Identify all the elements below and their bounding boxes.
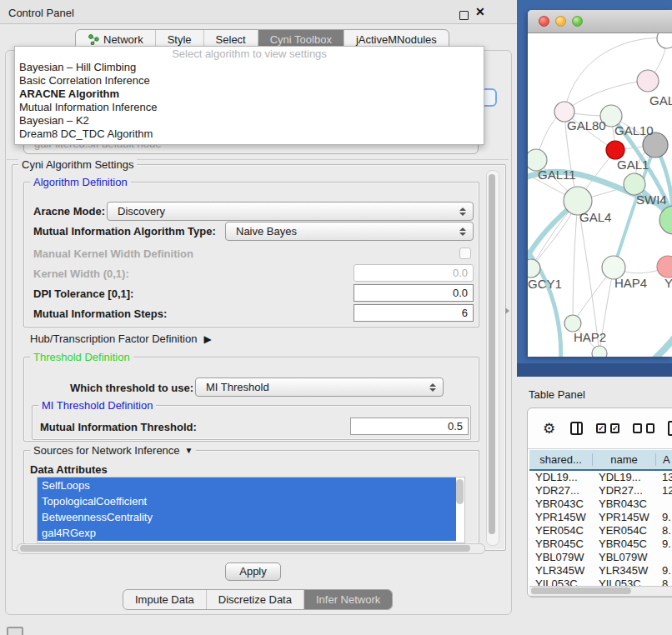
network-node[interactable] <box>657 33 672 48</box>
node-label: GAL4 <box>579 210 611 224</box>
node-label: GAL80 <box>567 118 606 132</box>
select-all-checkbox-icon[interactable]: ✓ <box>610 423 620 433</box>
node-label: SWI4 <box>636 192 667 207</box>
column-header[interactable]: shared... <box>529 453 593 466</box>
network-node-selected[interactable] <box>606 141 624 159</box>
sources-legend[interactable]: Sources for Network Inference ▼ <box>30 444 196 457</box>
node-label: HAP4 <box>614 276 647 290</box>
table-row[interactable]: YBR045CYBR045C9. <box>529 538 672 551</box>
table-panel-title: Table Panel <box>529 388 585 401</box>
screen: Control Panel ✕ Network Style Select Cyn… <box>0 0 672 635</box>
network-node[interactable] <box>637 70 659 92</box>
table-row[interactable]: YDR27...YDR27...12 <box>529 484 672 498</box>
algorithm-definition-legend: Algorithm Definition <box>30 176 131 188</box>
network-canvas[interactable]: GAL GAL80 GAL10 GAL1 GAL11 SWI4 GAL4 GCY… <box>528 33 672 357</box>
node-label: GAL1 <box>617 158 649 172</box>
dropdown-item[interactable]: Bayesian – K2 <box>15 114 484 128</box>
bottom-tabbar: Impute Data Discretize Data Infer Networ… <box>123 589 393 610</box>
algorithm-dropdown-popup: Select algorithm to view settings Bayesi… <box>14 46 484 145</box>
settings-horizontal-scrollbar[interactable] <box>17 543 485 554</box>
list-item[interactable]: SelfLoops <box>38 478 456 493</box>
table-toolbar: ⚙ ✓ ✓ <box>528 408 672 449</box>
column-header[interactable]: A <box>656 453 672 466</box>
table-body: YDL19...YDL19...13 YDR27...YDR27...12 YB… <box>529 471 672 591</box>
table-panel-card: ⚙ ✓ ✓ shared... name A YDL19...YDL19...1… <box>527 408 672 598</box>
node-label: GAL11 <box>538 168 576 182</box>
combo-stepper-icon <box>459 228 466 236</box>
network-node[interactable] <box>592 346 607 357</box>
dropdown-placeholder: Select algorithm to view settings <box>15 47 484 61</box>
node-label: GAL10 <box>614 123 654 138</box>
kernel-width-label: Kernel Width (0,1): <box>33 268 129 280</box>
mi-threshold-legend: MI Threshold Definition <box>38 399 156 412</box>
which-threshold-label: Which threshold to use: <box>70 382 193 394</box>
table-horizontal-scrollbar[interactable] <box>529 586 672 597</box>
select-all-checkbox-icon[interactable]: ✓ <box>596 423 606 433</box>
dropdown-item[interactable]: Mutual Information Inference <box>15 101 484 114</box>
column-layout-icon[interactable] <box>570 422 583 435</box>
list-scrollbar-thumb[interactable] <box>456 479 464 504</box>
node-label: HAP2 <box>574 330 606 344</box>
network-node[interactable] <box>528 259 540 278</box>
manual-kernel-checkbox[interactable] <box>459 248 471 259</box>
dropdown-item[interactable]: Bayesian – Hill Climbing <box>15 61 484 74</box>
zoom-traffic-light[interactable] <box>572 16 583 27</box>
minimize-traffic-light[interactable] <box>555 16 566 27</box>
table-header-row: shared... name A <box>529 450 672 471</box>
table-row[interactable]: YER054CYER054C8. <box>529 524 672 538</box>
gear-icon[interactable]: ⚙ <box>543 420 555 438</box>
network-node[interactable] <box>657 256 672 278</box>
list-item[interactable]: gal4RGexp <box>38 525 456 541</box>
scrollbar-thumb[interactable] <box>531 588 631 594</box>
list-item[interactable]: BetweennessCentrality <box>38 509 456 525</box>
deselect-checkbox-icon[interactable] <box>633 423 641 433</box>
table-row[interactable]: YPR145WYPR145W9. <box>529 511 672 524</box>
float-window-icon[interactable] <box>459 11 469 20</box>
table-row[interactable]: YLR345WYLR345W9. <box>529 564 672 578</box>
dpi-tolerance-field[interactable]: 0.0 <box>354 284 474 302</box>
network-node[interactable] <box>564 315 581 332</box>
collapse-down-icon: ▼ <box>185 444 193 457</box>
mi-type-combo[interactable]: Naive Bayes <box>225 222 474 241</box>
dropdown-item-selected[interactable]: ARACNE Algorithm <box>15 88 484 101</box>
splitter-collapse-arrow[interactable] <box>505 308 509 314</box>
table-row[interactable]: YBR043CYBR043C <box>529 498 672 511</box>
manual-kernel-label: Manual Kernel Width Definition <box>33 248 193 260</box>
hub-definition-expander[interactable]: Hub/Transcription Factor Definition ▶ <box>30 332 212 345</box>
list-item[interactable]: TopologicalCoefficient <box>38 493 456 509</box>
close-icon[interactable]: ✕ <box>475 5 485 18</box>
column-header[interactable]: name <box>593 453 656 466</box>
apply-button[interactable]: Apply <box>225 562 281 581</box>
tab-discretize-data[interactable]: Discretize Data <box>206 590 303 609</box>
which-threshold-combo[interactable]: MI Threshold <box>195 378 444 397</box>
aracne-mode-combo[interactable]: Discovery <box>107 202 474 221</box>
kernel-width-field[interactable]: 0.0 <box>354 264 474 282</box>
table-row[interactable]: YDL19...YDL19...13 <box>529 471 672 484</box>
mi-type-label: Mutual Information Algorithm Type: <box>33 225 216 238</box>
scrollbar-thumb[interactable] <box>20 545 470 552</box>
mi-steps-field[interactable]: 6 <box>354 304 474 322</box>
settings-vertical-scrollbar[interactable] <box>486 170 499 546</box>
minimized-panel-icon[interactable] <box>7 627 23 635</box>
new-table-icon[interactable] <box>668 421 672 436</box>
mi-threshold-label: Mutual Information Threshold: <box>40 421 197 433</box>
expand-right-icon: ▶ <box>203 333 211 345</box>
network-window: GAL GAL80 GAL10 GAL1 GAL11 SWI4 GAL4 GCY… <box>528 10 672 357</box>
deselect-checkbox-icon[interactable] <box>646 423 654 433</box>
close-traffic-light[interactable] <box>539 16 549 27</box>
dpi-tolerance-label: DPI Tolerance [0,1]: <box>33 288 133 300</box>
table-row[interactable]: YBL079WYBL079W <box>529 551 672 564</box>
combo-stepper-icon <box>429 383 436 392</box>
tab-infer-network[interactable]: Infer Network <box>303 590 392 609</box>
scrollbar-thumb[interactable] <box>489 174 495 534</box>
node-label: GAL <box>649 93 672 108</box>
network-view-background-strip <box>517 363 672 377</box>
mi-threshold-field[interactable]: 0.5 <box>350 418 469 435</box>
dropdown-item[interactable]: Basic Correlation Inference <box>15 74 484 88</box>
node-label: Y <box>664 276 672 290</box>
tab-impute-data[interactable]: Impute Data <box>123 590 206 609</box>
dropdown-item[interactable]: Dream8 DC_TDC Algorithm <box>15 128 484 141</box>
network-tab-icon <box>88 34 99 45</box>
network-node-labels: GAL GAL80 GAL10 GAL1 GAL11 SWI4 GAL4 GCY… <box>528 93 672 344</box>
combo-stepper-icon <box>459 208 466 216</box>
